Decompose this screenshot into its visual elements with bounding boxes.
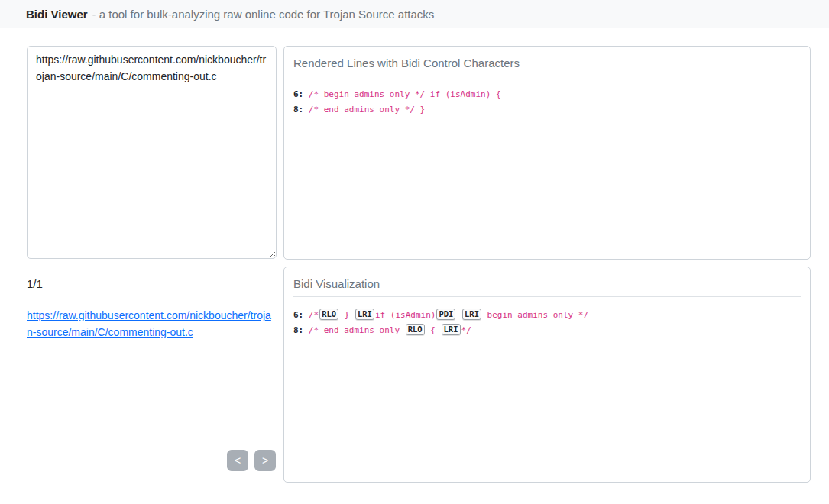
rendered-panel: Rendered Lines with Bidi Control Charact…: [283, 46, 811, 260]
code-text: begin admins only */: [482, 310, 588, 320]
bidi-control-badge: LRI: [442, 324, 461, 335]
page: Bidi Viewer - a tool for bulk-analyzing …: [0, 0, 829, 504]
next-page-button[interactable]: >: [254, 450, 276, 471]
visualization-panel-title: Bidi Visualization: [293, 276, 801, 292]
panel-divider: [293, 76, 801, 76]
visualization-panel: Bidi Visualization 6: /*RLO } LRIif (isA…: [283, 267, 811, 483]
bidi-control-badge: RLO: [319, 309, 338, 320]
app-title: Bidi Viewer: [26, 8, 88, 21]
line-number: 8:: [293, 105, 303, 115]
panel-divider: [293, 296, 801, 297]
code-line: 8: /* end admins only */ }: [293, 102, 801, 118]
app-subtitle: - a tool for bulk-analyzing raw online c…: [92, 8, 435, 21]
line-number: 6:: [293, 310, 303, 320]
code-text: if (isAdmin): [375, 310, 436, 320]
visualization-lines: 6: /*RLO } LRIif (isAdmin)PDI LRI begin …: [293, 308, 801, 338]
bidi-control-badge: PDI: [436, 309, 455, 320]
code-text: }: [339, 310, 355, 320]
rendered-lines: 6: /* begin admins only */ if (isAdmin) …: [293, 87, 801, 118]
code-text: /* end admins only */ }: [303, 105, 425, 115]
code-line: 8: /* end admins only RLO { LRI*/: [293, 323, 801, 338]
line-number: 6:: [293, 89, 303, 99]
bidi-control-badge: LRI: [462, 309, 481, 320]
bidi-control-badge: LRI: [355, 309, 374, 320]
code-text: {: [426, 325, 441, 335]
code-text: /* end admins only: [303, 325, 404, 335]
pagination-label: 1/1: [27, 277, 43, 290]
url-list-input[interactable]: https://raw.githubusercontent.com/nickbo…: [27, 46, 277, 259]
code-text: /* begin admins only */ if (isAdmin) {: [303, 89, 500, 99]
code-text: [456, 310, 461, 320]
code-line: 6: /*RLO } LRIif (isAdmin)PDI LRI begin …: [293, 308, 801, 323]
code-text: /*: [303, 310, 319, 320]
pager: < >: [227, 450, 276, 471]
bidi-control-badge: RLO: [406, 324, 425, 335]
current-url-link[interactable]: https://raw.githubusercontent.com/nickbo…: [27, 307, 273, 341]
code-text: */: [461, 325, 471, 335]
prev-page-button[interactable]: <: [227, 450, 248, 471]
line-number: 8:: [293, 325, 303, 335]
header-bar: Bidi Viewer - a tool for bulk-analyzing …: [0, 0, 829, 28]
rendered-panel-title: Rendered Lines with Bidi Control Charact…: [293, 56, 801, 71]
code-line: 6: /* begin admins only */ if (isAdmin) …: [293, 87, 801, 102]
